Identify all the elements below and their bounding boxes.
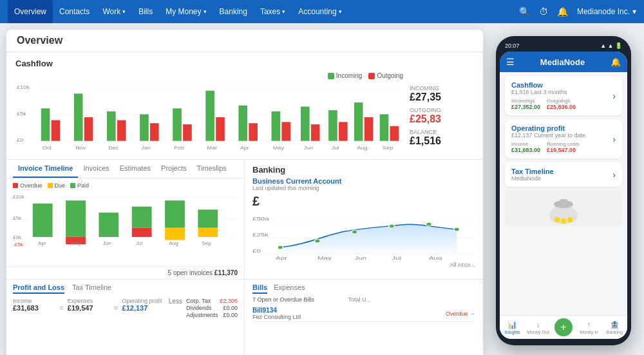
tab-profit-loss[interactable]: Profit and Loss: [13, 283, 64, 294]
svg-text:Dec: Dec: [108, 146, 118, 151]
nav-item-mymoney[interactable]: My Money ▾: [159, 0, 213, 23]
page-title: Overview: [17, 35, 62, 46]
income-col: Income £31,683: [13, 298, 55, 312]
phone-bell-icon[interactable]: 🔔: [611, 57, 621, 67]
phone-nav-insights[interactable]: 📊 Insights: [500, 320, 526, 334]
phone-income-col: Income £31,683.00: [511, 141, 540, 153]
phone-tax-card[interactable]: Tax Timeline MediaNode ›: [505, 162, 622, 187]
svg-text:May: May: [317, 255, 332, 260]
phone-shell: 20:07 ▲ ▲ 🔋 ☰ MediaNode 🔔 Cashflow £1,51…: [496, 36, 631, 345]
svg-rect-19: [249, 123, 258, 141]
svg-rect-26: [354, 102, 363, 141]
svg-rect-16: [205, 91, 214, 141]
bills-count-text: 7 Open or Overdue Bills: [252, 296, 314, 303]
phone-nav-money-in[interactable]: ↑ Money In: [576, 320, 602, 334]
banking-section: Banking Business Current Account Last up…: [245, 159, 483, 279]
corp-tax-value: £2,306: [220, 298, 238, 304]
timer-icon[interactable]: ⏱: [539, 6, 548, 17]
phone-op-profit-detail: Income £31,683.00 Running costs £19,547.…: [511, 141, 585, 153]
nav-item-accounting[interactable]: Accounting ▾: [292, 0, 348, 23]
cashflow-chart: £10k £5k £0: [15, 82, 403, 153]
bill-name[interactable]: Bill9134: [252, 307, 301, 314]
svg-rect-56: [165, 228, 185, 240]
phone-illustration: [505, 191, 622, 226]
nav-item-bills[interactable]: Bills: [132, 0, 159, 23]
phone-nav-money-out[interactable]: ↓ Money Out: [526, 320, 551, 334]
tab-estimates[interactable]: Estimates: [115, 160, 156, 178]
svg-text:Jun: Jun: [355, 255, 367, 260]
legend-overdue: Overdue: [13, 182, 43, 189]
bell-icon[interactable]: 🔔: [557, 6, 568, 17]
chevron-down-icon: ▾: [632, 7, 636, 16]
svg-rect-54: [132, 228, 152, 237]
phone-tax-title: Tax Timeline: [511, 168, 554, 175]
tab-projects[interactable]: Projects: [156, 160, 192, 178]
svg-rect-50: [66, 200, 86, 237]
user-menu[interactable]: Medianode Inc. ▾: [577, 7, 636, 16]
nav-item-taxes[interactable]: Taxes ▾: [254, 0, 292, 23]
svg-text:Jul: Jul: [392, 255, 401, 260]
tab-invoices[interactable]: Invoices: [78, 160, 114, 178]
nav-item-overview[interactable]: Overview: [8, 0, 53, 23]
nav-item-work[interactable]: Work ▾: [96, 0, 132, 23]
svg-text:£0: £0: [252, 248, 261, 254]
search-icon[interactable]: 🔍: [519, 6, 530, 17]
invoice-chart-area: Overdue Due Paid £1: [6, 178, 244, 266]
balance-stat: Balance £1,516: [410, 129, 474, 147]
svg-rect-13: [150, 123, 159, 141]
chevron-down-icon: ▾: [204, 8, 207, 15]
nav-item-contacts[interactable]: Contacts: [53, 0, 96, 23]
legend-due: Due: [48, 182, 66, 189]
svg-rect-25: [339, 122, 348, 140]
tab-timeslips[interactable]: Timeslips: [192, 160, 232, 178]
expenses-col: Expenses £19,547: [68, 298, 110, 312]
banking-icon: 🏦: [610, 320, 620, 329]
bills-tabs: Bills Expenses: [252, 283, 475, 294]
invoice-footer-text: 5 open invoices: [168, 269, 213, 276]
svg-text:Jul: Jul: [136, 240, 143, 246]
bill-status: Overdue →: [446, 311, 475, 317]
phone-cashflow-sub: £1,516 Last 3 months: [511, 89, 576, 95]
svg-text:Feb: Feb: [174, 146, 184, 151]
phone-nav-fab[interactable]: +: [551, 318, 576, 336]
tab-tax-timeline[interactable]: Tax Timeline: [72, 283, 111, 294]
phone-incomings-col: Incomings £27,352.00: [511, 98, 540, 110]
svg-rect-58: [198, 228, 218, 237]
phone-nav-banking[interactable]: 🏦 Banking: [601, 320, 627, 334]
main-content: Overview Cashflow Incoming: [0, 23, 644, 355]
svg-text:£50a: £50a: [252, 216, 269, 222]
chevron-right-icon: ›: [612, 91, 616, 101]
svg-text:Mar: Mar: [207, 146, 218, 151]
banking-amount: £: [252, 194, 475, 209]
svg-rect-15: [183, 124, 192, 141]
invoice-footer: 5 open invoices £11,370: [6, 266, 244, 279]
tab-expenses[interactable]: Expenses: [274, 283, 305, 294]
svg-point-74: [389, 224, 395, 228]
svg-rect-21: [281, 122, 290, 140]
svg-point-75: [426, 222, 432, 226]
phone-incomings-value: £27,352.00: [511, 104, 540, 110]
operating-profit-col: Operating profit £12,137: [122, 298, 165, 312]
svg-rect-11: [117, 120, 126, 141]
less-label: Less: [169, 298, 182, 305]
adjustments-value: £0.00: [223, 312, 238, 318]
phone-cashflow-card[interactable]: Cashflow £1,516 Last 3 months Incomings …: [505, 76, 622, 115]
svg-rect-24: [328, 110, 337, 141]
hamburger-icon[interactable]: ☰: [506, 57, 515, 67]
banking-footer[interactable]: All Acco...: [252, 262, 475, 268]
svg-text:Jan: Jan: [141, 146, 151, 151]
svg-rect-23: [311, 124, 320, 141]
phone-operating-profit-card[interactable]: Operating profit £12,137 Current year to…: [505, 119, 622, 158]
nav-item-banking[interactable]: Banking: [213, 0, 254, 23]
tab-invoice-timeline[interactable]: Invoice Timeline: [13, 160, 78, 178]
svg-text:Nov: Nov: [75, 146, 86, 151]
svg-rect-85: [560, 199, 567, 204]
svg-text:Apr: Apr: [38, 240, 46, 246]
svg-point-73: [352, 230, 357, 234]
phone-outgoings-label: Outgoings: [547, 98, 576, 104]
svg-text:Aug: Aug: [169, 240, 178, 246]
tab-bills[interactable]: Bills: [252, 283, 267, 294]
banking-account-name[interactable]: Business Current Account: [252, 177, 475, 185]
fab-button[interactable]: +: [554, 318, 573, 336]
banking-label: Banking: [607, 330, 623, 334]
